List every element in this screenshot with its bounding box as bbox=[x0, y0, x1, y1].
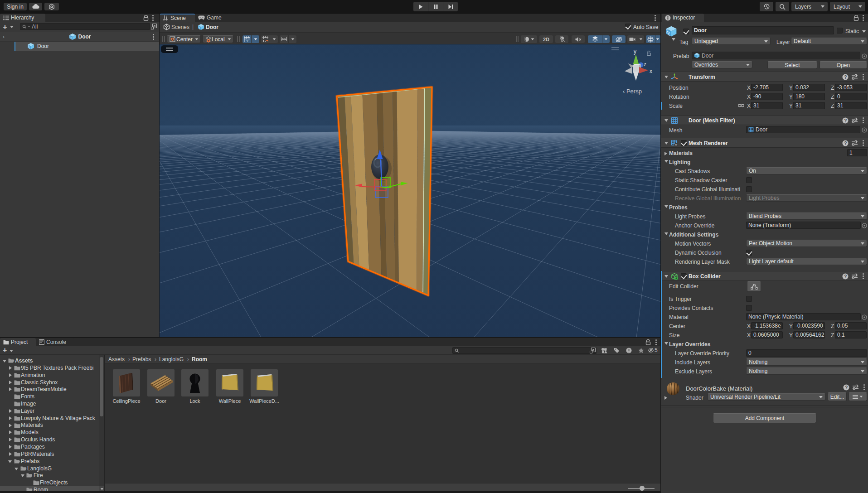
svg-text:?: ? bbox=[844, 141, 847, 146]
svg-text:x: x bbox=[650, 68, 652, 74]
svg-text:y: y bbox=[634, 48, 636, 55]
svg-text:?: ? bbox=[844, 118, 847, 123]
svg-text:‹ Persp: ‹ Persp bbox=[623, 88, 642, 95]
svg-text:?: ? bbox=[844, 274, 847, 279]
svg-text:?: ? bbox=[845, 385, 848, 390]
svg-text:Y: Y bbox=[246, 39, 249, 43]
svg-text:?: ? bbox=[844, 75, 847, 80]
svg-text:z: z bbox=[644, 61, 646, 68]
